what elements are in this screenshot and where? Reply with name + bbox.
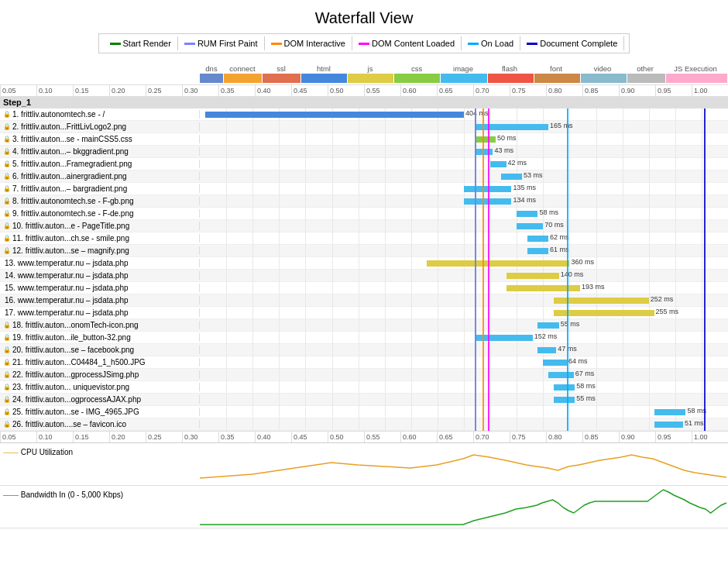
color-bar-css — [394, 74, 440, 83]
table-row: 🔒6. frittliv.auton...ainergradient.png53… — [0, 170, 728, 183]
color-bar-label-other: other — [626, 64, 664, 73]
resource-bar — [475, 335, 533, 341]
timescale-label: 0.65 — [437, 85, 473, 96]
timescale-label: 0.05 — [0, 432, 36, 442]
table-row: 🔒23. frittliv.auton... uniquevistor.png5… — [0, 381, 728, 394]
timescale-label: 0.30 — [182, 85, 218, 96]
lock-icon: 🔒 — [3, 396, 11, 403]
timescale-label: 0.80 — [546, 432, 582, 442]
lock-icon: 🔒 — [3, 235, 11, 242]
cpu-chart-row: —— CPU Utilization — [0, 443, 728, 486]
resource-bar — [501, 174, 522, 180]
resource-name: 17. www.temperatur.nu – jsdata.php — [5, 308, 129, 317]
resource-bar — [554, 298, 649, 304]
table-row: 🔒11. frittliv.auton...ch.se - smile.png6… — [0, 232, 728, 245]
color-bar-label-html: html — [300, 64, 347, 73]
resource-bar — [507, 273, 559, 279]
timing-label: 252 ms — [651, 295, 674, 303]
lock-icon: 🔒 — [3, 346, 11, 353]
resource-name: 13. www.temperatur.nu – jsdata.php — [5, 259, 129, 267]
color-bar-video — [581, 74, 627, 83]
timescale-label: 0.45 — [291, 85, 328, 96]
color-bar-html — [301, 74, 347, 83]
resource-name: 8. frittliv.autonomtech.se - F-gb.png — [12, 197, 134, 205]
page-title: Waterfall View — [0, 0, 728, 33]
resource-bar — [490, 161, 506, 167]
timescale-label: 0.90 — [619, 85, 655, 96]
resource-bar — [543, 360, 567, 366]
resource-name: 15. www.temperatur.nu – jsdata.php — [5, 284, 129, 292]
lock-icon: 🔒 — [3, 136, 11, 143]
resource-bar — [537, 322, 558, 329]
timescale-label: 0.55 — [364, 85, 400, 96]
resource-bar — [464, 186, 511, 192]
timing-label: 55 ms — [576, 394, 596, 402]
timing-label: 43 ms — [495, 146, 514, 154]
color-bar-label-js: js — [347, 64, 393, 73]
resource-bar — [507, 285, 580, 291]
timescale-label: 0.65 — [437, 432, 473, 442]
resource-name: 2. frittliv.auton...FrittLivLogo2.png — [12, 122, 126, 131]
timescale-label: 0.20 — [109, 85, 146, 96]
timescale-label: 0.15 — [73, 85, 109, 96]
timing-label: 61 ms — [550, 246, 569, 253]
resource-bar — [527, 236, 548, 242]
table-row: 14. www.temperatur.nu – jsdata.php140 ms — [0, 270, 728, 282]
color-bar-dns — [200, 74, 223, 83]
timing-label: 55 ms — [561, 320, 580, 328]
resource-bar — [654, 409, 686, 415]
lock-icon: 🔒 — [3, 371, 11, 378]
timing-label: 360 ms — [571, 258, 594, 266]
timing-label: 53 ms — [524, 171, 543, 179]
color-bar-label-flash: flash — [486, 64, 533, 73]
table-row: 🔒22. frittliv.auton...gprocessJSimg.php6… — [0, 369, 728, 381]
table-row: 🔒24. frittliv.auton...ogprocessAJAX.php5… — [0, 394, 728, 406]
table-row: 🔒2. frittliv.auton...FrittLivLogo2.png16… — [0, 121, 728, 133]
table-row: 13. www.temperatur.nu – jsdata.php360 ms — [0, 257, 728, 270]
resource-bar — [517, 211, 537, 217]
lock-icon: 🔒 — [3, 334, 11, 341]
color-bar-JS Execution — [666, 74, 727, 83]
resource-bar — [554, 310, 654, 316]
lock-icon: 🔒 — [3, 359, 11, 366]
legend-item: DOM Interactive — [265, 36, 352, 50]
table-row: 🔒19. frittliv.auton...ile_button-32.png1… — [0, 332, 728, 344]
color-bar-other — [627, 74, 665, 83]
lock-icon: 🔒 — [3, 408, 11, 415]
timing-label: 135 ms — [513, 184, 536, 191]
table-row: 🔒4. frittliv.auton...– bkggradient.png43… — [0, 146, 728, 158]
timing-label: 51 ms — [685, 419, 704, 427]
table-row: 🔒18. frittliv.auton...onomTech-icon.png5… — [0, 319, 728, 332]
timescale-label: 0.25 — [146, 85, 182, 96]
timing-label: 70 ms — [544, 221, 564, 229]
timing-label: 140 ms — [561, 270, 584, 278]
table-row: 🔒3. frittliv.auton...se - mainCSS5.css50… — [0, 133, 728, 146]
timescale-label: 0.55 — [364, 432, 400, 442]
lock-icon: 🔒 — [3, 185, 11, 192]
resource-name: 4. frittliv.auton...– bkggradient.png — [12, 147, 129, 156]
legend-item: RUM First Paint — [178, 36, 265, 50]
lock-icon: 🔒 — [3, 210, 11, 217]
timing-label: 134 ms — [513, 196, 536, 204]
timescale-label: 0.80 — [546, 85, 582, 96]
resource-bar — [548, 372, 574, 378]
timescale-label: 0.05 — [0, 85, 36, 96]
timescale-label: 0.40 — [255, 432, 291, 442]
timescale-label: 0.85 — [582, 85, 619, 96]
legend: Start RenderRUM First PaintDOM Interacti… — [98, 33, 630, 53]
table-row: 🔒21. frittliv.auton...C04484_1_h500.JPG6… — [0, 356, 728, 369]
resource-name: 7. frittliv.auton...– bargradient.png — [12, 184, 127, 193]
timing-label: 42 ms — [508, 159, 527, 167]
table-row: 🔒26. frittliv.auton....se – favicon.ico5… — [0, 418, 728, 431]
timescale-label: 0.10 — [36, 432, 73, 442]
table-row: 17. www.temperatur.nu – jsdata.php255 ms — [0, 307, 728, 319]
timing-label: 64 ms — [568, 357, 588, 365]
timescale-label: 0.95 — [655, 85, 692, 96]
resource-bar — [517, 223, 543, 229]
resource-bar — [527, 248, 548, 254]
legend-item: DOM Content Loaded — [352, 36, 462, 50]
legend-item: Start Render — [104, 36, 178, 50]
color-bar-label-font: font — [533, 64, 579, 73]
lock-icon: 🔒 — [3, 421, 11, 428]
resource-name: 1. frittliv.autonomtech.se - / — [12, 110, 105, 119]
